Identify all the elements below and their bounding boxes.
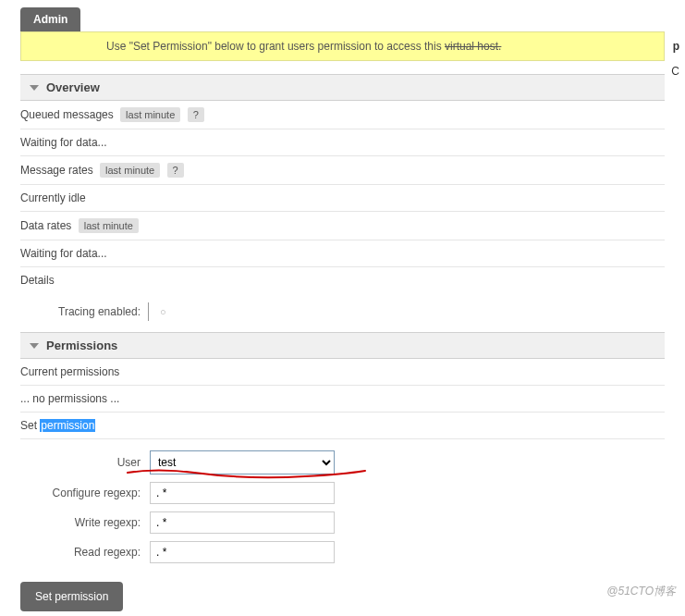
write-input[interactable]: [150, 511, 335, 534]
read-label: Read regexp:: [20, 546, 150, 559]
message-rates-pill: last minute: [100, 163, 160, 178]
queued-label: Queued messages: [20, 108, 114, 121]
waiting-row-1: Waiting for data...: [20, 129, 665, 156]
user-label: User: [20, 456, 150, 469]
message-rates-row: Message rates last minute ?: [20, 156, 665, 185]
no-permissions-row: ... no permissions ...: [20, 386, 665, 413]
configure-label: Configure regexp:: [20, 487, 150, 499]
notice-text-2: virtual host.: [445, 40, 501, 53]
write-label: Write regexp:: [20, 516, 150, 529]
caret-down-icon: [30, 85, 39, 91]
current-permissions-row: Current permissions: [20, 359, 665, 386]
waiting-row-2: Waiting for data...: [20, 240, 665, 267]
watermark: @51CTO博客: [606, 584, 676, 599]
data-rates-label: Data rates: [20, 219, 71, 232]
permission-notice: Use "Set Permission" below to grant user…: [20, 31, 665, 61]
right-edge-c: C: [671, 65, 679, 78]
message-rates-help-icon[interactable]: ?: [167, 163, 184, 178]
right-edge-p: p: [673, 40, 679, 53]
currently-idle-row: Currently idle: [20, 185, 665, 212]
queued-help-icon[interactable]: ?: [188, 107, 204, 122]
permissions-section-header[interactable]: Permissions: [20, 332, 665, 359]
notice-text-1: Use "Set Permission" below to grant user…: [106, 40, 445, 53]
read-input[interactable]: [150, 541, 335, 563]
set-permission-button[interactable]: Set permission: [20, 582, 123, 611]
data-rates-pill: last minute: [79, 218, 139, 233]
data-rates-row: Data rates last minute: [20, 212, 665, 240]
tracing-value: ○: [148, 302, 177, 321]
queued-pill: last minute: [120, 107, 180, 122]
message-rates-label: Message rates: [20, 164, 93, 177]
permissions-title: Permissions: [46, 339, 117, 352]
set-highlight: permission: [40, 419, 95, 432]
set-prefix: Set: [20, 419, 40, 432]
queued-messages-row: Queued messages last minute ?: [20, 101, 665, 129]
admin-tab[interactable]: Admin: [20, 7, 80, 31]
overview-section-header[interactable]: Overview: [20, 74, 665, 101]
tracing-label: Tracing enabled:: [30, 305, 141, 318]
caret-down-icon: [30, 343, 39, 349]
overview-title: Overview: [46, 80, 100, 94]
user-select[interactable]: test: [150, 450, 335, 474]
configure-input[interactable]: [150, 482, 335, 504]
set-permission-row: Set permission: [20, 413, 665, 439]
details-row: Details: [20, 267, 665, 293]
permission-form: User test Configure regexp: Write regexp…: [20, 447, 665, 567]
